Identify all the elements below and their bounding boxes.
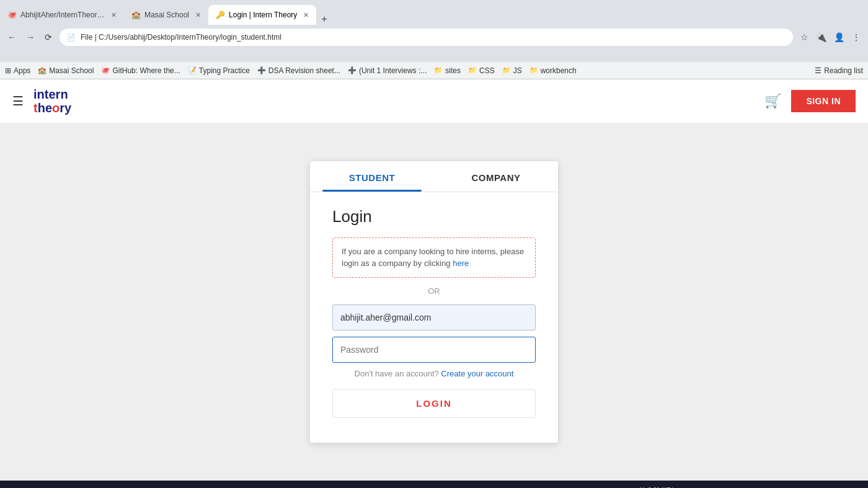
signin-button[interactable]: SIGN IN bbox=[791, 90, 856, 112]
logo-letter-e2: e bbox=[45, 101, 52, 115]
login-button[interactable]: LOGIN bbox=[332, 389, 536, 418]
or-divider: OR bbox=[332, 286, 536, 296]
address-bar[interactable]: 📄 bbox=[60, 29, 793, 46]
login-card: STUDENT COMPANY Login If you are a compa… bbox=[310, 161, 558, 443]
notice-here-link[interactable]: here bbox=[453, 259, 469, 268]
bookmark-apps[interactable]: ⊞ Apps bbox=[5, 66, 30, 75]
github-label: GitHub: Where the... bbox=[112, 66, 180, 75]
back-button[interactable]: ← bbox=[5, 30, 19, 45]
tab3-favicon: 🔑 bbox=[216, 11, 225, 19]
tab2-label: Masai School bbox=[144, 11, 189, 19]
unit1-favicon: ➕ bbox=[348, 66, 356, 74]
js-favicon: 📁 bbox=[502, 66, 511, 74]
bookmark-css[interactable]: 📁 CSS bbox=[468, 66, 495, 75]
taskbar-mail-icon[interactable]: 📧 bbox=[132, 485, 149, 488]
apps-bookmark-icon: ⊞ bbox=[5, 66, 11, 75]
reading-list-label: Reading list bbox=[824, 66, 863, 75]
nav-right: 🛒 SIGN IN bbox=[764, 90, 856, 112]
tab1-label: AbhijitAher/InternTheoryClone bbox=[20, 11, 105, 19]
typing-favicon: 📝 bbox=[188, 66, 197, 74]
company-notice: If you are a company looking to hire int… bbox=[332, 237, 536, 278]
taskbar: 📁 🌐 🔵 📧 ⬛ 💙 🟣 💬 🎵 ⚙️ 📶 U: 0.01 MB/s D: 0… bbox=[0, 481, 868, 488]
github-favicon: 🐙 bbox=[101, 66, 110, 74]
forward-button[interactable]: → bbox=[24, 30, 37, 45]
tab2-favicon: 🏫 bbox=[131, 11, 141, 19]
logo-letter-h: h bbox=[38, 101, 45, 115]
profile-icon[interactable]: 👤 bbox=[831, 30, 847, 45]
taskbar-terminal-icon[interactable]: ⬛ bbox=[152, 485, 169, 488]
taskbar-settings-icon[interactable]: ⚙️ bbox=[251, 485, 268, 488]
bookmark-star-icon[interactable]: ☆ bbox=[798, 30, 811, 45]
tab2-close-icon[interactable]: ✕ bbox=[195, 11, 201, 19]
logo-letter-r2: r bbox=[60, 101, 64, 115]
bookmark-typing[interactable]: 📝 Typing Practice bbox=[188, 66, 250, 75]
browser-tab-1[interactable]: 🐙 AbhijitAher/InternTheoryClone ✕ bbox=[0, 5, 124, 25]
apps-bookmark-label: Apps bbox=[14, 66, 30, 75]
js-label: JS bbox=[513, 66, 522, 75]
taskbar-notes-icon[interactable]: 🟣 bbox=[192, 485, 209, 488]
bookmark-sites[interactable]: 📁 sites bbox=[434, 66, 461, 75]
tab-company[interactable]: COMPANY bbox=[434, 161, 558, 192]
login-title: Login bbox=[332, 207, 536, 226]
card-tabs: STUDENT COMPANY bbox=[310, 161, 558, 192]
refresh-button[interactable]: ⟳ bbox=[42, 30, 55, 45]
taskbar-music-icon[interactable]: 🎵 bbox=[231, 485, 249, 488]
taskbar-search-icon[interactable] bbox=[25, 485, 42, 488]
password-input[interactable] bbox=[332, 337, 536, 363]
logo-letter-t2: t bbox=[33, 101, 38, 115]
create-account-link[interactable]: Create your account bbox=[441, 369, 513, 378]
main-content: STUDENT COMPANY Login If you are a compa… bbox=[0, 123, 868, 481]
taskbar-start-icon[interactable] bbox=[5, 485, 22, 488]
taskbar-chat-icon[interactable]: 💬 bbox=[211, 485, 229, 488]
dsa-favicon: ➕ bbox=[257, 66, 266, 74]
logo-letter-n1: n bbox=[37, 87, 45, 101]
workbench-label: workbench bbox=[541, 66, 577, 75]
taskbar-edge-icon[interactable]: 🌐 bbox=[92, 485, 110, 488]
tab1-favicon: 🐙 bbox=[7, 11, 17, 19]
browser-tab-3[interactable]: 🔑 Login | Intern Theory ✕ bbox=[208, 5, 316, 25]
bookmark-github[interactable]: 🐙 GitHub: Where the... bbox=[101, 66, 180, 75]
logo-letter-y: y bbox=[64, 101, 71, 115]
reading-list[interactable]: ☰ Reading list bbox=[815, 66, 863, 75]
extension-icon[interactable]: 🔌 bbox=[813, 30, 829, 45]
tab1-close-icon[interactable]: ✕ bbox=[111, 11, 117, 19]
more-icon[interactable]: ⋮ bbox=[849, 30, 863, 45]
reading-list-icon: ☰ bbox=[815, 66, 822, 75]
logo: intern theory bbox=[33, 87, 71, 115]
bookmark-workbench[interactable]: 📁 workbench bbox=[529, 66, 577, 75]
bookmark-js[interactable]: 📁 JS bbox=[502, 66, 522, 75]
taskbar-chrome-icon[interactable]: 🔵 bbox=[112, 485, 130, 488]
notice-text: If you are a company looking to hire int… bbox=[342, 247, 524, 268]
address-input[interactable] bbox=[81, 33, 786, 42]
new-tab-button[interactable]: + bbox=[316, 14, 332, 25]
unit1-label: (Unit 1 Interviews :... bbox=[359, 66, 427, 75]
logo-letter-n2: n bbox=[60, 87, 68, 101]
bookmarks-bar: ⊞ Apps 🏫 Masai School 🐙 GitHub: Where th… bbox=[0, 62, 868, 79]
cart-icon[interactable]: 🛒 bbox=[764, 93, 781, 109]
bookmark-dsa[interactable]: ➕ DSA Revision sheet... bbox=[257, 66, 340, 75]
sites-label: sites bbox=[445, 66, 461, 75]
tab3-label: Login | Intern Theory bbox=[229, 11, 297, 19]
top-nav: ☰ intern theory 🛒 SIGN IN bbox=[0, 79, 868, 123]
bookmark-masai[interactable]: 🏫 Masai School bbox=[38, 66, 94, 75]
bookmark-unit1[interactable]: ➕ (Unit 1 Interviews :... bbox=[348, 66, 427, 75]
card-body: Login If you are a company looking to hi… bbox=[310, 192, 558, 418]
email-input[interactable] bbox=[332, 304, 536, 331]
tab3-close-icon[interactable]: ✕ bbox=[303, 11, 309, 19]
hamburger-icon[interactable]: ☰ bbox=[12, 94, 24, 109]
dont-have-account: Don't have an account? Create your accou… bbox=[332, 369, 536, 378]
typing-label: Typing Practice bbox=[199, 66, 250, 75]
dsa-label: DSA Revision sheet... bbox=[268, 66, 340, 75]
taskbar-task-view-icon[interactable] bbox=[45, 485, 62, 488]
taskbar-code-icon[interactable]: 💙 bbox=[172, 485, 189, 488]
masai-favicon: 🏫 bbox=[38, 66, 46, 74]
taskbar-files-icon[interactable]: 📁 bbox=[73, 485, 90, 488]
logo-letter-e1: e bbox=[48, 87, 55, 101]
tab-student[interactable]: STUDENT bbox=[310, 161, 434, 192]
logo-letter-o: o bbox=[52, 101, 60, 115]
workbench-favicon: 📁 bbox=[529, 66, 538, 74]
css-favicon: 📁 bbox=[468, 66, 477, 74]
sites-favicon: 📁 bbox=[434, 66, 443, 74]
masai-label: Masai School bbox=[49, 66, 94, 75]
browser-tab-2[interactable]: 🏫 Masai School ✕ bbox=[124, 5, 208, 25]
